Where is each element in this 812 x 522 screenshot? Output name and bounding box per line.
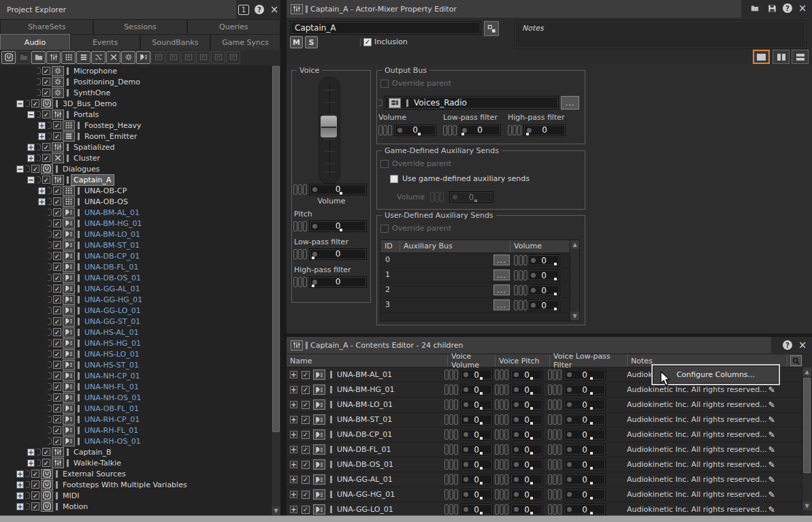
tree-scrollbar-thumb[interactable] (272, 66, 280, 432)
aux-send-row[interactable]: 0...0 (380, 253, 579, 268)
tree-item-label[interactable]: UNA-RH-OS_01 (82, 436, 143, 446)
expand-icon[interactable]: + (38, 122, 46, 129)
tree-item-label[interactable]: UNA-BM-HG_01 (82, 218, 144, 229)
expand-icon[interactable]: + (38, 133, 46, 140)
tree-item-label[interactable]: 3D_Bus_Demo (61, 99, 118, 109)
tree-item-label[interactable]: UNA-DB-OS_01 (82, 273, 143, 283)
row-name-label[interactable]: UNA-GG-LO_01 (337, 505, 393, 514)
voice-volume-field[interactable]: 0 (460, 414, 493, 425)
row-checkbox[interactable]: ✓ (302, 416, 310, 424)
expand-icon[interactable]: + (38, 198, 46, 206)
tree-item-checkbox[interactable]: ✓ (31, 470, 39, 478)
layout-horizontal-split-button[interactable] (792, 50, 809, 64)
tree-item-footsteps-with-multiple-variables[interactable]: +✓Footsteps With Multiple Variables (0, 479, 271, 490)
edit-notes-icon[interactable]: ✎ (768, 415, 775, 425)
tree-item-checkbox[interactable]: ✓ (53, 350, 61, 358)
tree-item-dialogues[interactable]: −✓Dialogues (0, 163, 271, 174)
tree-item-una-rh-fl-01[interactable]: ✓UNA-RH-FL_01 (0, 425, 271, 436)
tree-item-checkbox[interactable]: ✓ (53, 208, 61, 216)
tree-item-checkbox[interactable]: ✓ (53, 295, 61, 304)
aux-bus-browse-button[interactable]: ... (493, 299, 510, 310)
tree-item-checkbox[interactable]: ✓ (53, 197, 61, 206)
tree-item-label[interactable]: UNA-RH-FL_01 (82, 425, 140, 436)
voice-volume-field[interactable]: 0 (460, 444, 493, 455)
tree-item-label[interactable]: Room_Emitter (82, 131, 139, 142)
contents-help-icon[interactable]: ? (781, 339, 794, 351)
tree-item-una-nh-os-01[interactable]: ✓UNA-NH-OS_01 (0, 392, 271, 403)
tree-item-checkbox[interactable]: ✓ (53, 252, 61, 260)
collapse-icon[interactable]: − (27, 176, 35, 184)
aux-volume-field[interactable]: 0 (527, 255, 560, 266)
expand-icon[interactable]: + (290, 416, 297, 423)
tree-item-checkbox[interactable]: ✓ (42, 78, 50, 86)
tree-item-checkbox[interactable]: ✓ (53, 361, 61, 369)
voice-volume-field[interactable]: 0 (460, 429, 493, 440)
close-icon[interactable]: × (267, 3, 281, 16)
tree-item-foostep-heavy[interactable]: +✓Foostep_Heavy (0, 120, 271, 131)
contents-row-una-gg-lo-01[interactable]: +✓UNA-GG-LO_01000Audiokinetic Inc. All r… (287, 502, 802, 515)
voice-volume-field[interactable]: 0 (309, 184, 367, 195)
voice-pitch-field[interactable]: 0 (510, 459, 543, 470)
expand-icon[interactable]: + (16, 470, 24, 478)
tree-item-label[interactable]: Foostep_Heavy (82, 120, 144, 131)
toolbar-random-container-icon[interactable] (61, 51, 76, 64)
tree-item-cluster[interactable]: +✓Cluster (0, 152, 271, 163)
tree-item-checkbox[interactable]: ✓ (53, 339, 61, 347)
voice-pitch-field[interactable]: 0 (510, 429, 543, 440)
aux-volume-field[interactable]: 0 (527, 299, 560, 311)
aux-volume-field[interactable]: 0 (527, 284, 560, 296)
tree-item-label[interactable]: Microphone (71, 66, 119, 76)
notes-box[interactable]: Notes (515, 20, 807, 49)
tree-item-una-bm-hg-01[interactable]: ✓UNA-BM-HG_01 (0, 218, 271, 229)
voice-lowpass-field[interactable]: 0 (564, 384, 606, 395)
tree-item-checkbox[interactable]: ✓ (53, 274, 61, 282)
row-name-label[interactable]: UNA-BM-ST_01 (337, 415, 392, 424)
voice-pitch-field[interactable]: 0 (510, 369, 543, 380)
contents-row-una-gg-al-01[interactable]: +✓UNA-GG-AL_01000Audiokinetic Inc. All r… (287, 472, 802, 487)
tree-item-una-ob-os[interactable]: +✓UNA-OB-OS (0, 196, 271, 207)
tree-item-una-ob-cp[interactable]: +✓UNA-OB-CP (0, 185, 271, 196)
expand-icon[interactable]: + (16, 503, 24, 510)
tree-item-label[interactable]: UNA-BM-ST_01 (82, 240, 142, 250)
property-help-icon[interactable]: ? (781, 2, 794, 14)
contents-row-una-db-fl-01[interactable]: +✓UNA-DB-FL_01000Audiokinetic Inc. All r… (287, 442, 802, 457)
expand-icon[interactable]: + (290, 401, 297, 408)
aux-send-row[interactable]: 1...0 (380, 268, 579, 283)
row-checkbox[interactable]: ✓ (302, 386, 310, 394)
context-menu[interactable]: Configure Columns... (653, 365, 779, 384)
tree-item-checkbox[interactable]: ✓ (31, 491, 39, 500)
tree-item-label[interactable]: UNA-NH-OS_01 (82, 393, 143, 403)
property-close-icon[interactable]: × (796, 2, 809, 14)
tree-item-checkbox[interactable]: ✓ (53, 186, 61, 195)
contents-row-una-gg-hg-01[interactable]: +✓UNA-GG-HG_01000Audiokinetic Inc. All r… (287, 487, 802, 502)
tree-item-label[interactable]: UNA-HS-LO_01 (82, 349, 142, 359)
object-name-input[interactable] (290, 21, 481, 35)
solo-button[interactable]: S (305, 36, 318, 48)
tree-item-label[interactable]: UNA-GG-HG_01 (82, 295, 144, 305)
row-name-label[interactable]: UNA-DB-FL_01 (337, 445, 391, 454)
voice-volume-field[interactable]: 0 (460, 384, 493, 395)
voice-lowpass-field[interactable]: 0 (309, 248, 367, 260)
expand-icon[interactable]: + (290, 446, 297, 453)
toolbar-actor-mixer-icon[interactable] (46, 51, 61, 64)
tree-item-checkbox[interactable]: ✓ (42, 176, 50, 184)
expand-icon[interactable]: + (27, 144, 35, 151)
collapse-icon[interactable]: − (27, 111, 35, 118)
open-in-new-icon[interactable] (748, 2, 762, 14)
row-name-label[interactable]: UNA-BM-AL_01 (337, 370, 392, 379)
search-icon[interactable] (790, 355, 802, 366)
tree-item-una-gg-st-01[interactable]: ✓UNA-GG-ST_01 (0, 316, 271, 327)
tree-item-checkbox[interactable]: ✓ (53, 263, 61, 271)
tree-item-label[interactable]: UNA-GG-LO_01 (82, 306, 143, 316)
contents-scroll-up-icon[interactable]: ▲ (802, 368, 811, 376)
contents-editor-titlebar[interactable]: Captain_A - Contents Editor - 24 childre… (287, 337, 771, 353)
fader-thumb[interactable] (320, 115, 338, 138)
voice-lowpass-field[interactable]: 0 (564, 399, 606, 410)
tree-item-checkbox[interactable]: ✓ (42, 88, 50, 97)
tree-item-checkbox[interactable]: ✓ (53, 372, 61, 380)
tree-item-checkbox[interactable]: ✓ (53, 328, 61, 336)
row-name-label[interactable]: UNA-DB-CP_01 (337, 430, 392, 439)
edit-notes-icon[interactable]: ✎ (768, 475, 775, 485)
tab-events[interactable]: Events (70, 34, 140, 50)
project-explorer-titlebar[interactable]: Project Explorer (0, 0, 236, 19)
